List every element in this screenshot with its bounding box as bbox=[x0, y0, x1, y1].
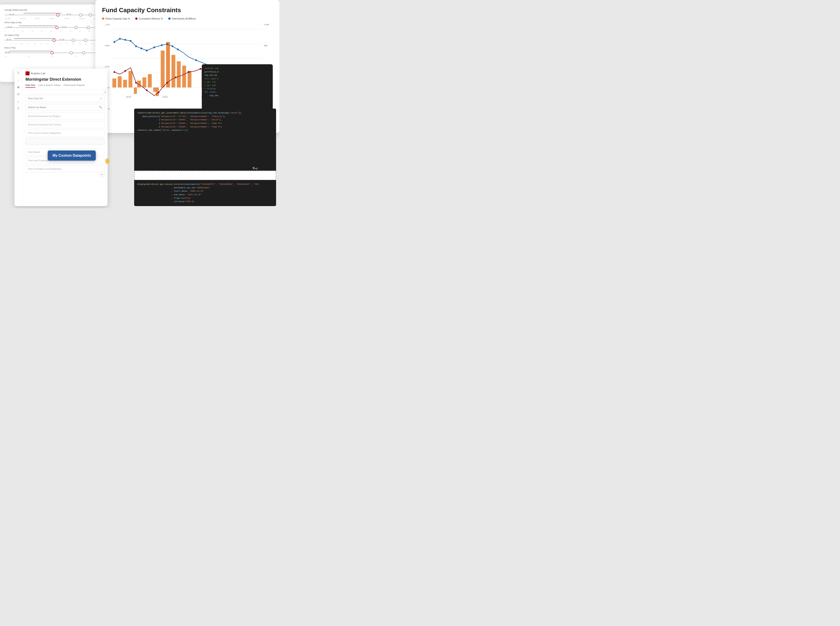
code-bottom-block: display(md.direct.get_excess_returns(inv… bbox=[134, 180, 276, 206]
tab-lists-search[interactable]: Lists & Search Criteria bbox=[38, 84, 60, 88]
svg-point-54 bbox=[166, 82, 168, 84]
code-dp-2: {'datapointId':'OS00I', 'datapointName':… bbox=[137, 118, 273, 122]
code-end-date: , end_date= '2021-02-28' bbox=[137, 193, 273, 197]
svg-point-33 bbox=[119, 38, 121, 40]
morningstar-logo-icon bbox=[25, 71, 30, 75]
search-input[interactable] bbox=[28, 106, 99, 109]
sidebar-grid-icon[interactable]: ⊞ bbox=[16, 92, 20, 96]
svg-rect-12 bbox=[161, 50, 165, 88]
analytics-logo: Analytics Lab bbox=[25, 71, 104, 75]
svg-point-44 bbox=[195, 59, 197, 61]
custom-datapoints-tooltip: My Custom Datapoints bbox=[48, 150, 96, 161]
code-comment-top: ####TOP TEN bbox=[204, 67, 270, 70]
scroll-up-arrow[interactable]: ▲ bbox=[103, 89, 108, 94]
search-icon: 🔍 bbox=[99, 106, 102, 109]
svg-rect-30 bbox=[153, 88, 156, 92]
analytics-content: Analytics Lab Morningstar Direct Extensi… bbox=[22, 69, 108, 206]
chart-legend: Flows Capacity Gap % Cumulative Returns … bbox=[102, 17, 273, 20]
analytics-app-name: Analytics Lab bbox=[31, 72, 45, 75]
code-line-2: top_ten_ho bbox=[204, 74, 270, 77]
svg-rect-17 bbox=[188, 71, 192, 88]
list-item-1[interactable]: Revenue Exposure by Country bbox=[25, 121, 104, 128]
sidebar-docs-icon[interactable]: ☰ bbox=[16, 106, 20, 110]
code-line-1: portfolio_d bbox=[204, 70, 270, 74]
tab-performance-reports[interactable]: Performance Reports bbox=[63, 84, 85, 88]
list-item-6[interactable]: Fees Schedule and Breakdown bbox=[25, 165, 104, 172]
scroll-down-arrow[interactable]: ▼ bbox=[100, 172, 104, 177]
code-currency: , currency='USD')) bbox=[137, 200, 273, 203]
code-dp-4: {'datapointId':'ESG9P', 'datapointName':… bbox=[137, 125, 273, 129]
code-for-loop: for index, bbox=[204, 91, 270, 94]
pfcf-labels: 05101520253035404550 bbox=[5, 30, 100, 32]
cursor-icon: 🖐 bbox=[104, 158, 110, 164]
svg-point-50 bbox=[124, 70, 126, 72]
list-item-placeholder[interactable] bbox=[25, 138, 104, 145]
new-dataset-label: New Data Set bbox=[28, 97, 43, 100]
search-box[interactable]: 🔍 bbox=[25, 104, 104, 110]
svg-rect-16 bbox=[182, 66, 186, 88]
code-overflow-gradient bbox=[258, 109, 276, 171]
code-comment-5: # display bbox=[204, 87, 270, 91]
svg-rect-6 bbox=[118, 76, 121, 87]
svg-rect-11 bbox=[148, 74, 152, 88]
market-cap-labels: -150,000-50,00050,000150,000250,000350,0… bbox=[5, 18, 100, 19]
legend-assets: Total Assets ($ Million) bbox=[168, 17, 196, 20]
analytics-sidebar: ☰ ⌂ ▣ ⊞ △ ☰ bbox=[14, 69, 22, 206]
market-cap-slider[interactable] bbox=[5, 13, 100, 17]
svg-point-32 bbox=[113, 41, 115, 43]
legend-flows: Flows Capacity Gap % bbox=[102, 17, 130, 20]
chart-title: Fund Capacity Constraints bbox=[102, 7, 273, 14]
roic-slider[interactable] bbox=[5, 51, 100, 55]
svg-rect-13 bbox=[166, 42, 170, 87]
svg-point-52 bbox=[146, 89, 148, 91]
svg-text:2020: 2020 bbox=[162, 95, 168, 98]
filter-title-2: P/FCF Ratio (TTM) bbox=[5, 22, 100, 24]
svg-point-35 bbox=[130, 40, 132, 42]
legend-label-assets: Total Assets ($ Million) bbox=[172, 17, 196, 20]
code-benchmark: , benchmark_sec_id='F000010SCA' bbox=[137, 186, 273, 190]
code-comment-3: # get the bbox=[204, 80, 270, 84]
legend-label-returns: Cumulative Returns % bbox=[138, 17, 163, 20]
legend-dot-assets bbox=[168, 17, 171, 20]
pfcf-slider[interactable] bbox=[5, 25, 100, 30]
svg-point-43 bbox=[177, 49, 179, 50]
svg-point-42 bbox=[172, 45, 173, 47]
svg-rect-8 bbox=[129, 71, 132, 88]
analytics-header: Analytics Lab Morningstar Direct Extensi… bbox=[22, 69, 108, 89]
code-comment-4: # get ESG bbox=[204, 84, 270, 87]
svg-text:2019: 2019 bbox=[126, 95, 131, 98]
svg-point-34 bbox=[124, 39, 126, 41]
list-item-0[interactable]: Revenue Exposure by Region bbox=[25, 113, 104, 120]
sidebar-alert-icon[interactable]: △ bbox=[16, 99, 20, 103]
list-item-2[interactable]: Firm-Level Custom Datapoints bbox=[25, 130, 104, 136]
legend-dot-returns bbox=[135, 17, 138, 20]
svg-point-39 bbox=[154, 47, 155, 48]
sidebar-home-icon[interactable]: ⌂ bbox=[16, 78, 20, 82]
pc-ratio-labels: 78910111213141516171819202122 bbox=[5, 43, 100, 45]
svg-point-41 bbox=[166, 43, 168, 45]
pc-ratio-slider[interactable] bbox=[5, 38, 100, 42]
code-start-date: , start_date= '2009-10-31' bbox=[137, 189, 273, 193]
svg-point-55 bbox=[175, 77, 177, 78]
new-dataset-button[interactable]: New Data Set + bbox=[25, 95, 104, 102]
code-data-points: data_points=[{'datapointId':'LT735', 'da… bbox=[137, 115, 273, 118]
roic-labels: 1116212732 bbox=[5, 56, 100, 57]
code-comment-2: #for each e bbox=[204, 77, 270, 80]
svg-point-53 bbox=[158, 92, 159, 93]
code-main-block: industry=md.direct.get_investment_data(i… bbox=[134, 109, 276, 171]
filter-title-1: Average Market Cap (mil) bbox=[5, 9, 100, 11]
code-freq: , freq='monthly' bbox=[137, 197, 273, 200]
svg-point-38 bbox=[146, 50, 148, 52]
filter-title-4: ROIC (TTM) bbox=[5, 47, 100, 49]
plus-icon: + bbox=[100, 97, 102, 100]
code-top-ten: top_ten bbox=[204, 94, 270, 97]
sidebar-menu-icon[interactable]: ☰ bbox=[16, 71, 20, 75]
svg-point-49 bbox=[113, 71, 115, 73]
svg-rect-29 bbox=[134, 88, 137, 94]
sidebar-files-icon[interactable]: ▣ bbox=[16, 85, 20, 89]
analytics-body: ▲ New Data Set + 🔍 Revenue Exposure by R… bbox=[22, 89, 108, 206]
custom-datapoints-label: My Custom Datapoints bbox=[53, 153, 91, 157]
svg-rect-10 bbox=[142, 77, 146, 88]
legend-label-flows: Flows Capacity Gap % bbox=[105, 17, 130, 20]
tab-data-sets[interactable]: Data Sets bbox=[25, 84, 35, 88]
